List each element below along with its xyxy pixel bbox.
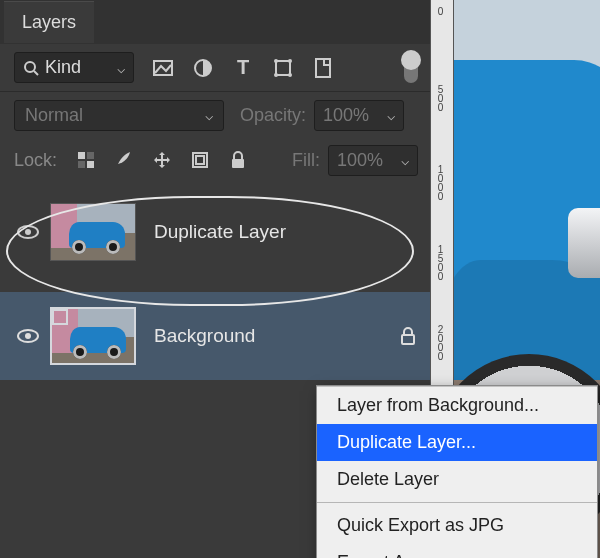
- tab-layers[interactable]: Layers: [4, 1, 94, 43]
- menu-item-duplicate-layer[interactable]: Duplicate Layer...: [317, 424, 597, 461]
- ruler-mark: 0: [435, 6, 445, 15]
- smartobject-icon[interactable]: [312, 57, 334, 79]
- opacity-label: Opacity:: [240, 105, 306, 126]
- opacity-input[interactable]: 100% ⌵: [314, 100, 404, 131]
- layer-context-menu: Layer from Background... Duplicate Layer…: [316, 385, 598, 558]
- chevron-down-icon: ⌵: [117, 60, 125, 76]
- svg-rect-13: [87, 161, 94, 168]
- ruler-mark: 500: [435, 84, 445, 111]
- svg-point-8: [288, 73, 292, 77]
- lock-label: Lock:: [14, 150, 57, 171]
- filter-kind-label: Kind: [45, 57, 81, 78]
- ruler-mark: 1000: [435, 164, 445, 200]
- svg-point-18: [25, 229, 31, 235]
- filter-type-icons: T: [152, 57, 334, 79]
- layers-list: Duplicate Layer Background: [0, 182, 430, 380]
- layer-thumbnail[interactable]: [50, 203, 136, 261]
- svg-rect-12: [78, 161, 85, 168]
- fill-value: 100%: [337, 150, 383, 171]
- svg-rect-16: [232, 159, 244, 168]
- filter-toggle[interactable]: [404, 53, 418, 83]
- shape-icon[interactable]: [272, 57, 294, 79]
- fill-label: Fill:: [292, 150, 320, 171]
- search-icon: [23, 60, 39, 76]
- svg-point-7: [274, 73, 278, 77]
- svg-rect-15: [196, 156, 204, 164]
- lock-all-icon[interactable]: [227, 149, 249, 171]
- chevron-down-icon: ⌵: [205, 107, 213, 123]
- blend-opacity-row: Normal ⌵ Opacity: 100% ⌵: [0, 92, 430, 138]
- chevron-down-icon: ⌵: [401, 152, 409, 168]
- bumper-chrome: [568, 208, 600, 278]
- menu-item-export-as[interactable]: Export As...: [317, 544, 597, 558]
- svg-rect-21: [402, 335, 414, 344]
- type-icon[interactable]: T: [232, 57, 254, 79]
- filter-kind-dropdown[interactable]: Kind ⌵: [14, 52, 134, 83]
- ruler-mark: 2000: [435, 324, 445, 360]
- layer-filter-row: Kind ⌵ T: [0, 44, 430, 92]
- lock-pixels-icon[interactable]: [75, 149, 97, 171]
- layer-row[interactable]: Background: [0, 292, 430, 380]
- svg-point-5: [274, 59, 278, 63]
- blend-mode-dropdown[interactable]: Normal ⌵: [14, 100, 224, 131]
- chevron-down-icon: ⌵: [387, 107, 395, 123]
- svg-rect-11: [87, 152, 94, 159]
- lock-move-icon[interactable]: [151, 149, 173, 171]
- opacity-value: 100%: [323, 105, 369, 126]
- lock-artboard-icon[interactable]: [189, 149, 211, 171]
- panel-tabbar: Layers: [0, 0, 430, 44]
- svg-point-0: [25, 62, 35, 72]
- fill-input[interactable]: 100% ⌵: [328, 145, 418, 176]
- image-icon[interactable]: [152, 57, 174, 79]
- layer-row[interactable]: Duplicate Layer: [0, 188, 430, 276]
- visibility-toggle[interactable]: [14, 224, 42, 240]
- visibility-toggle[interactable]: [14, 328, 42, 344]
- svg-point-6: [288, 59, 292, 63]
- adjustment-icon[interactable]: [192, 57, 214, 79]
- lock-brush-icon[interactable]: [113, 149, 135, 171]
- layer-name[interactable]: Duplicate Layer: [154, 221, 416, 243]
- svg-point-20: [25, 333, 31, 339]
- ruler-mark: 1500: [435, 244, 445, 280]
- menu-item-quick-export-jpg[interactable]: Quick Export as JPG: [317, 507, 597, 544]
- blend-mode-value: Normal: [25, 105, 83, 126]
- menu-separator: [317, 502, 597, 503]
- layer-name[interactable]: Background: [154, 325, 400, 347]
- menu-item-delete-layer[interactable]: Delete Layer: [317, 461, 597, 498]
- lock-icon: [400, 327, 416, 345]
- layer-thumbnail[interactable]: [50, 307, 136, 365]
- svg-rect-10: [78, 152, 85, 159]
- menu-item-layer-from-background[interactable]: Layer from Background...: [317, 387, 597, 424]
- svg-rect-4: [276, 61, 290, 75]
- lock-row: Lock: Fill: 100% ⌵: [0, 138, 430, 182]
- svg-line-1: [34, 71, 38, 75]
